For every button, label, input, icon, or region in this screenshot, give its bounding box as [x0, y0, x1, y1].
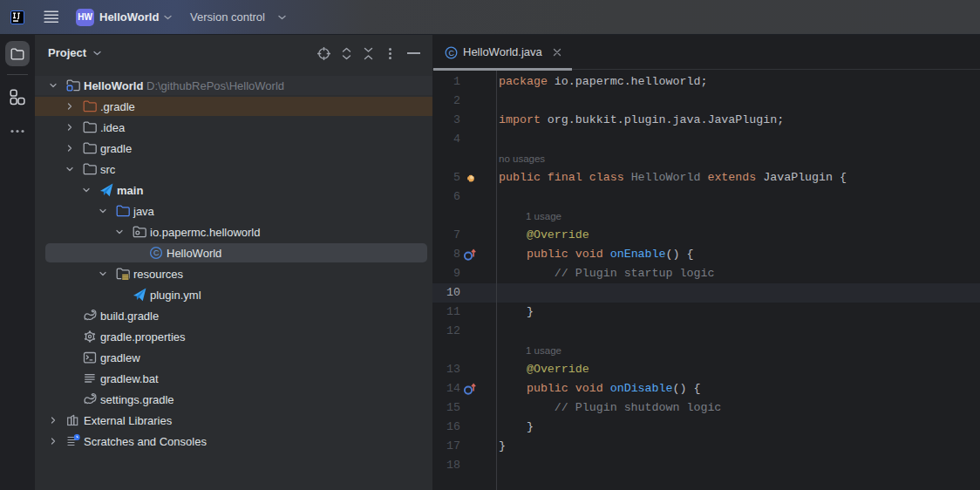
- svg-text:C: C: [153, 248, 160, 257]
- svg-text:C: C: [448, 49, 454, 58]
